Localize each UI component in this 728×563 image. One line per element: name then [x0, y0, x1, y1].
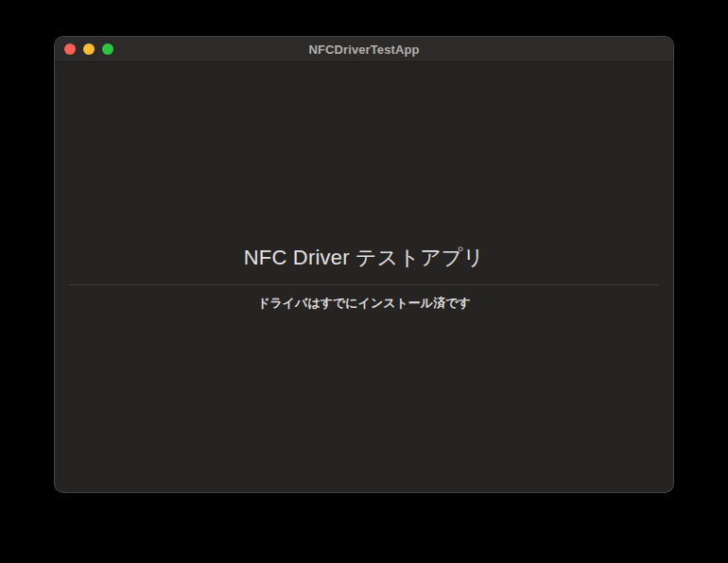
- install-status-label: ドライバはすでにインストール済です: [257, 295, 471, 312]
- zoom-button[interactable]: [102, 43, 113, 55]
- window-title: NFCDriverTestApp: [55, 43, 673, 57]
- minimize-button[interactable]: [83, 43, 95, 55]
- app-heading: NFC Driver テストアプリ: [244, 244, 485, 272]
- window-content: NFC Driver テストアプリ ドライバはすでにインストール済です: [55, 62, 673, 492]
- divider: [69, 284, 659, 285]
- app-window: NFCDriverTestApp NFC Driver テストアプリ ドライバは…: [54, 36, 674, 493]
- traffic-light-buttons: [64, 43, 113, 55]
- close-button[interactable]: [64, 43, 76, 55]
- window-titlebar[interactable]: NFCDriverTestApp: [55, 37, 673, 62]
